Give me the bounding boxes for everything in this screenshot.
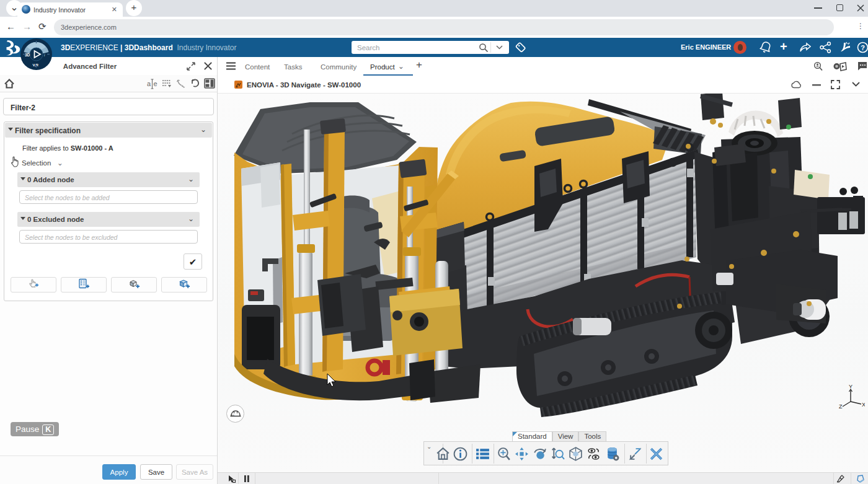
svg-text:a: a xyxy=(147,80,151,87)
svg-text:Y: Y xyxy=(849,384,852,390)
svg-text:?: ? xyxy=(861,44,865,51)
svg-text:xxx: xxx xyxy=(231,413,234,416)
svg-text:e: e xyxy=(154,80,157,87)
svg-text:3D: 3D xyxy=(25,53,30,57)
svg-text:X: X xyxy=(862,402,865,408)
svg-text:Z: Z xyxy=(839,403,843,410)
svg-text:V,R: V,R xyxy=(33,63,39,67)
